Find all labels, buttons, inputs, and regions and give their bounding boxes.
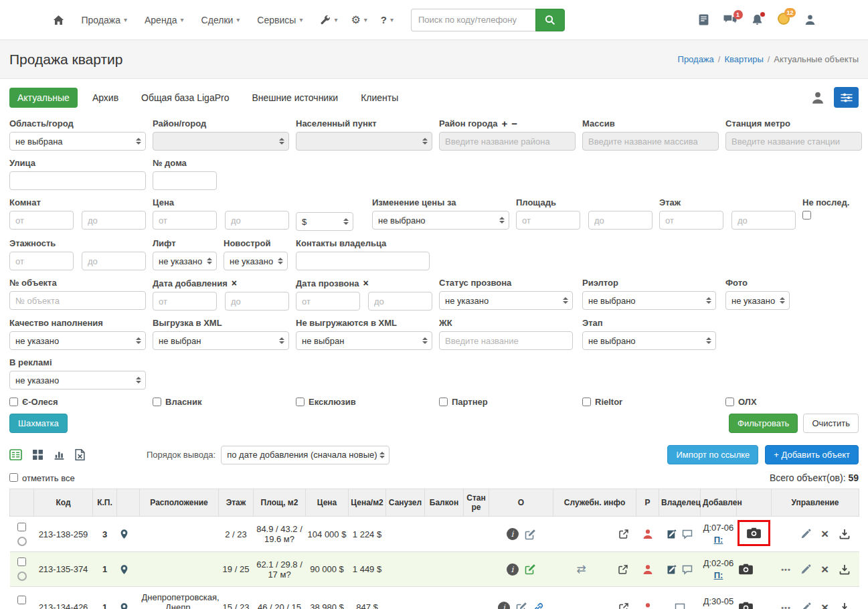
external-link-icon[interactable] (618, 563, 628, 575)
floors-total-from-input[interactable] (9, 252, 74, 270)
date-added-from-input[interactable] (153, 292, 217, 311)
swap-arrows-icon[interactable]: ⇄ (576, 562, 586, 576)
menu-help[interactable]: ?▾ (381, 14, 394, 25)
xml-upload-select[interactable]: не выбран (153, 331, 289, 350)
realtor-select[interactable]: не выбрано (582, 291, 716, 310)
new-building-select[interactable]: не указано (224, 252, 288, 270)
import-by-link-button[interactable]: Импорт по ссылке (667, 445, 758, 464)
notifications-button[interactable] (752, 14, 763, 25)
balance-button[interactable]: 12 (778, 13, 790, 27)
camera-icon[interactable] (739, 563, 770, 575)
edit-pencil-icon[interactable] (798, 602, 813, 609)
not-last-checkbox[interactable] (802, 211, 811, 220)
edit-note-icon[interactable] (525, 563, 536, 575)
rooms-from-input[interactable] (9, 211, 74, 230)
owner-person-icon[interactable] (642, 529, 653, 539)
call-status-select[interactable]: не указано (439, 291, 573, 310)
grid-view-button[interactable] (32, 449, 44, 460)
external-link-icon[interactable] (618, 602, 629, 609)
delete-icon[interactable]: × (818, 565, 833, 574)
journal-note-icon[interactable] (667, 563, 677, 575)
messages-button[interactable]: 1 (723, 15, 737, 25)
row-checkbox[interactable] (17, 557, 26, 566)
owner-contacts-input[interactable] (296, 252, 430, 270)
date-added-to-input[interactable] (225, 292, 289, 311)
menu-rent[interactable]: Аренда▾ (145, 15, 184, 25)
checkbox-rieltor[interactable]: Rieltor (582, 397, 719, 407)
search-input[interactable] (411, 9, 535, 31)
edit-pencil-icon[interactable] (798, 564, 813, 575)
info-icon[interactable]: i (507, 563, 519, 576)
photo-select[interactable]: не указано (725, 291, 790, 310)
menu-settings[interactable]: ⚙▾ (351, 13, 367, 26)
checkbox-exclusive[interactable]: Ексклюзив (296, 397, 432, 407)
comment-icon[interactable] (682, 563, 693, 575)
xml-not-upload-select[interactable]: не выбран (296, 331, 432, 350)
select-all-checkbox-label[interactable]: отметить все (9, 473, 75, 483)
more-actions-icon[interactable]: ••• (779, 566, 794, 574)
chessboard-button[interactable]: Шахматка (9, 414, 68, 433)
delete-icon[interactable]: × (818, 529, 833, 539)
list-view-button[interactable] (9, 449, 22, 460)
complex-input[interactable] (439, 331, 573, 350)
price-change-select[interactable]: не выбрано (372, 211, 509, 230)
object-number-input[interactable] (9, 291, 146, 310)
currency-select[interactable]: $ (296, 212, 353, 231)
floor-to-input[interactable] (731, 211, 796, 230)
edit-pencil-icon[interactable] (798, 529, 813, 539)
date-call-to-input[interactable] (368, 292, 432, 311)
breadcrumb-apartments[interactable]: Квартиры (724, 54, 763, 64)
my-objects-button[interactable] (811, 91, 824, 104)
tab-external-sources[interactable]: Внешние источники (244, 88, 346, 108)
download-icon[interactable] (837, 602, 852, 609)
house-number-input[interactable] (153, 171, 217, 190)
area-from-input[interactable] (516, 211, 580, 230)
chart-view-button[interactable] (54, 449, 65, 460)
breadcrumb-sale[interactable]: Продажа (678, 54, 714, 64)
menu-services[interactable]: Сервисы▾ (257, 15, 302, 25)
price-from-input[interactable] (153, 211, 217, 230)
external-link-icon[interactable] (618, 529, 629, 540)
info-icon[interactable]: i (498, 602, 510, 609)
checkbox-olx[interactable]: ОЛХ (725, 397, 862, 407)
area-to-input[interactable] (588, 211, 653, 230)
info-icon[interactable]: i (507, 528, 519, 540)
checkbox-vlasnik[interactable]: Власник (153, 397, 289, 407)
comment-icon[interactable] (675, 602, 685, 609)
settlement-select[interactable] (296, 132, 432, 151)
filter-button[interactable]: Фильтровать (729, 414, 798, 433)
camera-icon[interactable] (739, 602, 770, 609)
filter-settings-button[interactable] (834, 87, 859, 108)
floor-from-input[interactable] (659, 211, 723, 230)
menu-sale[interactable]: Продажа▾ (82, 15, 127, 25)
excel-export-button[interactable] (75, 449, 85, 460)
select-all-checkbox[interactable] (9, 473, 18, 482)
rooms-to-input[interactable] (82, 211, 146, 230)
menu-tools[interactable]: ▾ (320, 15, 337, 25)
tab-archive[interactable]: Архив (84, 88, 126, 108)
journal-note-icon[interactable] (667, 529, 677, 540)
call-date-link[interactable]: П: (714, 535, 723, 545)
checkbox-partner[interactable]: Партнер (439, 397, 576, 407)
minus-icon[interactable]: − (511, 120, 517, 128)
elevator-select[interactable]: не указано (153, 252, 217, 270)
in-ads-select[interactable]: не указано (9, 371, 146, 389)
clear-button[interactable]: Очистить (803, 414, 859, 433)
journal-button[interactable] (699, 14, 709, 25)
map-pin-icon[interactable] (119, 564, 138, 575)
plus-icon[interactable]: + (502, 120, 508, 128)
home-button[interactable] (53, 15, 64, 25)
date-call-from-input[interactable] (296, 292, 360, 311)
call-date-link[interactable]: П: (714, 570, 723, 580)
clear-date-added-icon[interactable]: × (232, 278, 237, 288)
download-icon[interactable] (837, 564, 852, 575)
camera-icon[interactable] (747, 527, 761, 539)
checkbox-e-olesya[interactable]: Є-Олеся (9, 397, 146, 407)
more-actions-icon[interactable]: ••• (779, 604, 794, 609)
comment-icon[interactable] (682, 529, 693, 540)
row-checkbox[interactable] (17, 596, 26, 604)
tab-clients[interactable]: Клиенты (353, 88, 406, 108)
sort-select[interactable]: по дате добавления (сначала новые) (221, 446, 389, 464)
menu-deals[interactable]: Сделки▾ (201, 15, 240, 25)
district-city-select[interactable] (153, 132, 289, 151)
